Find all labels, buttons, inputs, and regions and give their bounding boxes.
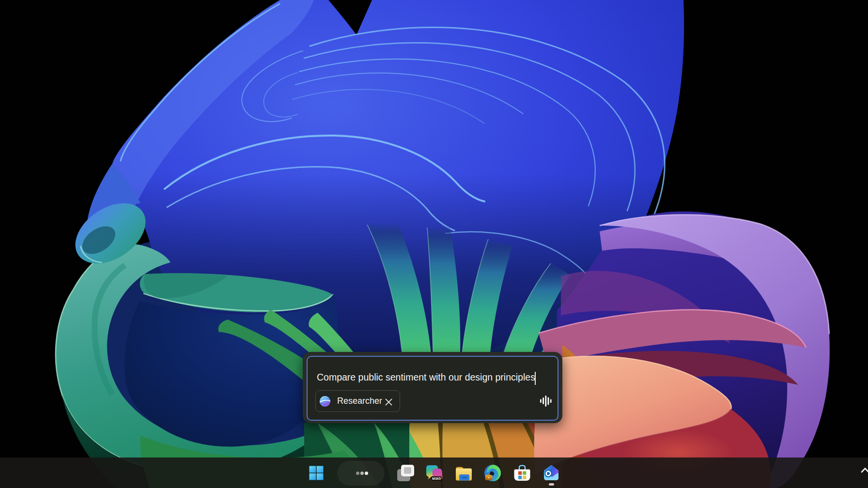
svg-text:M365: M365 xyxy=(432,476,441,481)
